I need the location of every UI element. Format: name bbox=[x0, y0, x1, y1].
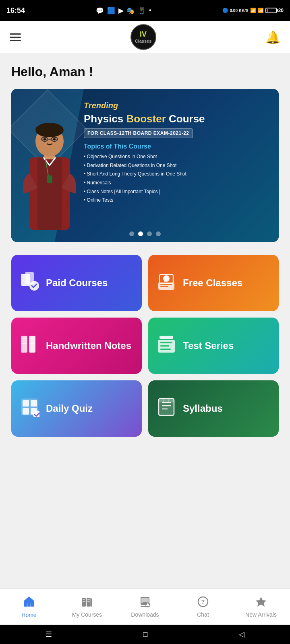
svg-rect-28 bbox=[29, 341, 35, 341]
paid-courses-icon bbox=[19, 271, 39, 295]
topic-5: Class Notes [All Important Topics ] bbox=[84, 188, 271, 196]
physics-text: Physics bbox=[84, 113, 126, 125]
svg-rect-11 bbox=[47, 175, 52, 183]
bluetooth-icon: 🔵 bbox=[222, 8, 228, 13]
hamburger-menu[interactable] bbox=[10, 33, 21, 41]
svg-rect-54 bbox=[87, 598, 91, 607]
bottom-navigation: Home My Courses bbox=[0, 588, 290, 625]
bottom-spacer bbox=[0, 445, 290, 505]
data-speed: 0.00 KB/S bbox=[230, 8, 249, 13]
free-classes-button[interactable]: Free Classes bbox=[148, 255, 279, 311]
trending-label: Trending bbox=[84, 101, 271, 110]
svg-rect-37 bbox=[31, 400, 37, 407]
svg-rect-51 bbox=[82, 598, 86, 607]
course-text: Course bbox=[169, 113, 205, 125]
home-icon bbox=[23, 595, 35, 610]
banner-content: Trending Physics Booster Course FOR CLAS… bbox=[11, 89, 279, 242]
svg-rect-50 bbox=[27, 603, 31, 607]
notification-bell-icon[interactable]: 🔔 bbox=[265, 30, 280, 44]
topic-1: Objective Questions in One Shot bbox=[84, 153, 271, 161]
nav-home[interactable]: Home bbox=[0, 595, 58, 618]
topics-heading: Topics of This Course bbox=[84, 143, 271, 150]
svg-rect-47 bbox=[159, 398, 174, 402]
nav-downloads[interactable]: Downloads bbox=[116, 596, 174, 618]
dot-4[interactable] bbox=[156, 231, 161, 236]
dot-icon: • bbox=[149, 7, 151, 14]
free-classes-icon bbox=[156, 271, 176, 295]
svg-rect-56 bbox=[87, 601, 90, 602]
paid-courses-button[interactable]: Paid Courses bbox=[11, 255, 142, 311]
logo-iv-text: IV bbox=[135, 30, 152, 39]
nav-new-arrivals[interactable]: New Arrivals bbox=[232, 596, 290, 618]
svg-rect-36 bbox=[23, 400, 29, 407]
banner-pagination bbox=[129, 231, 161, 236]
play-icon: ▶ bbox=[118, 7, 123, 14]
svg-rect-53 bbox=[83, 601, 85, 602]
svg-rect-52 bbox=[83, 599, 85, 600]
svg-rect-38 bbox=[23, 408, 29, 415]
svg-rect-1 bbox=[37, 157, 62, 230]
hamburger-line-1 bbox=[10, 33, 21, 35]
downloads-label: Downloads bbox=[131, 611, 159, 618]
my-courses-icon bbox=[81, 596, 93, 610]
android-home-button[interactable]: □ bbox=[143, 630, 148, 639]
app-header: IV Classes 🔔 bbox=[0, 21, 290, 53]
svg-rect-23 bbox=[21, 338, 27, 339]
android-system-bar: ☰ □ ◁ bbox=[0, 625, 290, 644]
app-logo[interactable]: IV Classes bbox=[130, 24, 156, 50]
handwritten-notes-icon bbox=[19, 334, 39, 358]
svg-point-4 bbox=[35, 123, 64, 137]
svg-text:?: ? bbox=[201, 599, 205, 605]
nav-chat[interactable]: ? Chat bbox=[174, 596, 232, 618]
android-back-button[interactable]: ◁ bbox=[239, 630, 244, 639]
svg-rect-18 bbox=[160, 286, 168, 287]
chat-icon: ? bbox=[197, 596, 209, 610]
dot-3[interactable] bbox=[147, 231, 152, 236]
handwritten-notes-label: Handwritten Notes bbox=[46, 340, 131, 352]
app-icon: 🎭 bbox=[126, 7, 135, 14]
syllabus-icon bbox=[156, 397, 176, 421]
handwritten-notes-button[interactable]: Handwritten Notes bbox=[11, 318, 142, 374]
test-series-button[interactable]: Test Series bbox=[148, 318, 279, 374]
svg-point-10 bbox=[53, 138, 56, 140]
svg-rect-17 bbox=[160, 284, 172, 285]
app2-icon: 📱 bbox=[138, 7, 146, 14]
banner-text: Trending Physics Booster Course FOR CLAS… bbox=[84, 97, 271, 205]
whatsapp-icon: 💬 bbox=[96, 7, 104, 14]
dot-1[interactable] bbox=[129, 231, 134, 236]
my-courses-label: My Courses bbox=[72, 611, 102, 618]
svg-rect-30 bbox=[160, 336, 173, 339]
svg-rect-32 bbox=[160, 342, 172, 343]
banner-title: Physics Booster Course bbox=[84, 113, 271, 125]
notification-icons: 💬 🟦 ▶ 🎭 📱 • bbox=[96, 7, 151, 14]
topic-4: Numericals bbox=[84, 179, 271, 188]
promo-banner[interactable]: Trending Physics Booster Course FOR CLAS… bbox=[11, 89, 279, 242]
chat-label: Chat bbox=[197, 611, 209, 618]
nav-my-courses[interactable]: My Courses bbox=[58, 596, 116, 618]
signal-bars: 📶 bbox=[258, 8, 264, 13]
banner-subtitle: FOR CLASS-12TH BOARD EXAM-2021-22 bbox=[84, 128, 193, 138]
new-arrivals-label: New Arrivals bbox=[245, 611, 277, 618]
svg-rect-24 bbox=[21, 341, 27, 341]
paid-courses-label: Paid Courses bbox=[46, 277, 108, 289]
new-arrivals-icon bbox=[255, 596, 267, 610]
svg-point-9 bbox=[44, 138, 46, 140]
teacher-figure bbox=[11, 109, 88, 230]
android-menu-button[interactable]: ☰ bbox=[46, 630, 52, 639]
hamburger-line-2 bbox=[10, 37, 21, 38]
svg-rect-33 bbox=[160, 345, 169, 347]
topics-list: Objective Questions in One Shot Derivati… bbox=[84, 153, 271, 205]
teams-icon: 🟦 bbox=[107, 7, 115, 14]
dot-2[interactable] bbox=[138, 231, 143, 236]
topic-2: Derivation Related Questions in One Shot bbox=[84, 161, 271, 170]
free-classes-label: Free Classes bbox=[183, 277, 242, 289]
svg-rect-34 bbox=[160, 349, 171, 350]
logo-classes-text: Classes bbox=[135, 39, 152, 44]
daily-quiz-label: Daily Quiz bbox=[46, 403, 93, 415]
test-series-label: Test Series bbox=[183, 340, 234, 352]
daily-quiz-button[interactable]: Daily Quiz bbox=[11, 380, 142, 437]
daily-quiz-icon bbox=[19, 397, 39, 421]
downloads-icon bbox=[139, 596, 151, 610]
svg-rect-25 bbox=[21, 343, 27, 344]
syllabus-button[interactable]: Syllabus bbox=[148, 380, 279, 437]
